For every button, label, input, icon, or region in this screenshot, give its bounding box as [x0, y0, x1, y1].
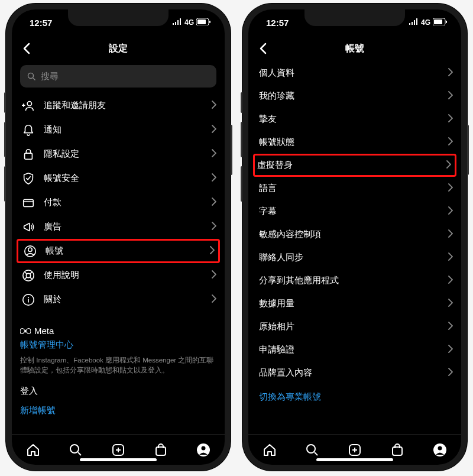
row-label: 帳號狀態 [259, 137, 448, 148]
add-friend-icon [20, 99, 37, 112]
back-button[interactable] [254, 40, 272, 57]
signal-icon [409, 18, 419, 27]
chevron-right-icon [212, 149, 216, 160]
settings-row-lifebuoy-icon[interactable]: 使用說明 [20, 263, 216, 287]
settings-row-13[interactable]: 品牌置入內容 [257, 361, 453, 384]
svg-rect-32 [446, 21, 447, 23]
settings-row-8[interactable]: 聯絡人同步 [257, 246, 453, 269]
svg-rect-2 [209, 21, 210, 23]
row-label: 通知 [44, 124, 212, 135]
row-label: 申請驗證 [259, 344, 448, 355]
shield-icon [20, 172, 37, 185]
row-label: 我的珍藏 [259, 90, 448, 102]
settings-row-account-icon[interactable]: 帳號 [17, 239, 220, 263]
settings-row-shield-icon[interactable]: 帳號安全 [20, 166, 216, 190]
chevron-right-icon [448, 206, 453, 217]
tab-home[interactable] [258, 438, 281, 462]
nav-header: 帳號 [248, 35, 461, 61]
meta-logo: Meta [20, 326, 216, 336]
settings-row-lock-icon[interactable]: 隱私設定 [20, 142, 216, 166]
accounts-center-help: 控制 Instagram、Facebook 應用程式和 Messenger 之間… [20, 355, 216, 376]
svg-line-16 [30, 271, 33, 274]
row-label: 關於 [44, 294, 212, 305]
svg-point-29 [202, 446, 206, 450]
phone-right: 12:57 4G 帳號 個人資料我的珍藏摯友帳號狀態虛擬替身語言字幕敏感內容控制… [242, 4, 467, 471]
search-icon [27, 72, 36, 81]
settings-row-12[interactable]: 申請驗證 [257, 338, 453, 361]
row-label: 帳號 [46, 245, 210, 257]
row-label: 摯友 [259, 114, 448, 125]
settings-row-11[interactable]: 原始相片 [257, 315, 453, 338]
row-label: 數據用量 [259, 298, 448, 309]
svg-rect-9 [24, 199, 34, 206]
row-label: 字幕 [259, 206, 448, 217]
chevron-right-icon [448, 299, 453, 309]
lock-icon [20, 148, 37, 161]
row-label: 聯絡人同步 [259, 252, 448, 263]
chevron-right-icon [448, 368, 453, 378]
settings-row-4[interactable]: 虛擬替身 [253, 154, 456, 177]
tab-profile[interactable] [192, 438, 215, 462]
row-label: 敏感內容控制項 [259, 229, 448, 240]
settings-row-6[interactable]: 字幕 [257, 200, 453, 223]
svg-point-3 [28, 73, 34, 78]
settings-row-9[interactable]: 分享到其他應用程式 [257, 269, 453, 292]
settings-row-card-icon[interactable]: 付款 [20, 190, 216, 215]
chevron-right-icon [448, 68, 453, 79]
svg-point-20 [28, 297, 29, 298]
search-placeholder: 搜尋 [41, 71, 59, 82]
tab-home[interactable] [21, 438, 45, 462]
chevron-right-icon [448, 345, 453, 355]
home-indicator[interactable] [80, 458, 157, 461]
svg-point-5 [27, 101, 31, 105]
chevron-right-icon [448, 229, 453, 240]
page-title: 設定 [12, 43, 225, 55]
accounts-center-link[interactable]: 帳號管理中心 [20, 339, 216, 351]
svg-point-12 [28, 248, 32, 251]
svg-point-33 [307, 445, 315, 453]
svg-rect-27 [156, 447, 166, 455]
settings-row-2[interactable]: 摯友 [257, 108, 453, 131]
chevron-right-icon [448, 276, 453, 286]
battery-icon [196, 18, 210, 27]
battery-icon [433, 18, 447, 27]
add-account-link[interactable]: 新增帳號 [20, 405, 216, 416]
settings-row-0[interactable]: 個人資料 [257, 61, 453, 85]
settings-row-7[interactable]: 敏感內容控制項 [257, 223, 453, 246]
settings-row-1[interactable]: 我的珍藏 [257, 85, 453, 108]
card-icon [20, 196, 37, 209]
nav-header: 設定 [12, 35, 225, 61]
phone-left: 12:57 4G 設定 搜尋 追蹤和邀請朋友通知隱私設定帳號安全付款廣告帳號使用… [6, 4, 231, 471]
bell-icon [20, 124, 37, 137]
settings-row-bell-icon[interactable]: 通知 [20, 118, 216, 142]
search-input[interactable]: 搜尋 [20, 65, 216, 88]
chevron-right-icon [448, 322, 453, 332]
svg-line-17 [25, 277, 27, 279]
settings-row-5[interactable]: 語言 [257, 177, 453, 200]
svg-rect-8 [25, 153, 33, 159]
row-label: 品牌置入內容 [259, 367, 448, 378]
status-time: 12:57 [266, 18, 289, 28]
back-button[interactable] [18, 40, 35, 57]
chevron-right-icon [448, 183, 453, 194]
settings-row-3[interactable]: 帳號狀態 [257, 131, 453, 154]
account-icon [22, 245, 38, 258]
settings-row-info-icon[interactable]: 關於 [20, 287, 216, 312]
row-label: 隱私設定 [44, 148, 212, 160]
login-section-label: 登入 [20, 386, 216, 397]
settings-row-10[interactable]: 數據用量 [257, 292, 453, 315]
chevron-right-icon [212, 222, 216, 232]
settings-row-megaphone-icon[interactable]: 廣告 [20, 215, 216, 239]
tab-profile[interactable] [428, 438, 452, 462]
row-label: 使用說明 [44, 270, 212, 281]
chevron-right-icon [212, 173, 216, 184]
home-indicator[interactable] [316, 458, 393, 461]
settings-row-add-friend-icon[interactable]: 追蹤和邀請朋友 [20, 93, 216, 118]
svg-point-22 [70, 445, 79, 453]
chevron-right-icon [210, 246, 215, 257]
chevron-right-icon [212, 270, 216, 281]
chevron-right-icon [212, 294, 216, 305]
svg-rect-31 [434, 20, 442, 24]
row-label: 廣告 [44, 221, 212, 232]
switch-pro-link[interactable]: 切換為專業帳號 [257, 391, 453, 403]
